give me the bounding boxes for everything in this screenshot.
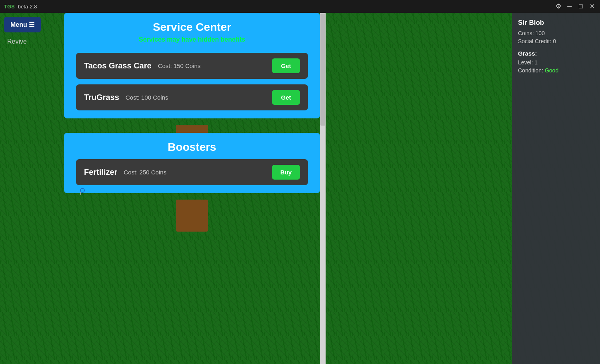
scrollbar-track[interactable]: [320, 13, 326, 364]
fertilizer-item: Fertilizer Cost: 250 Coins Buy: [76, 159, 308, 185]
app-name: TGS: [4, 4, 15, 10]
tacos-grass-care-item: Tacos Grass Care Cost: 150 Coins Get: [76, 53, 308, 79]
left-sidebar: Menu ☰ Revive: [0, 13, 64, 364]
main-content: Menu ☰ Revive Service Center Services ma…: [0, 13, 600, 364]
trugrass-cost: Cost: 100 Coins: [126, 94, 168, 101]
fertilizer-info: Fertilizer Cost: 250 Coins: [84, 168, 166, 177]
coins-row: Coins: 100: [518, 30, 594, 36]
trugrass-get-button[interactable]: Get: [272, 90, 300, 105]
close-button[interactable]: ✕: [588, 3, 596, 10]
boosters-panel: Boosters Fertilizer Cost: 250 Coins Buy: [64, 133, 320, 193]
settings-icon[interactable]: ⚙: [554, 3, 562, 10]
scroll-inner: Service Center Services may have hidden …: [64, 13, 320, 240]
trunk-gap: [64, 125, 320, 133]
level-row: Level: 1: [518, 59, 594, 66]
trugrass-item: TruGrass Cost: 100 Coins Get: [76, 84, 308, 110]
titlebar-left: TGS beta-2.8: [4, 4, 37, 10]
condition-label-text: Condition:: [518, 67, 545, 74]
grass-section-title: Grass:: [518, 50, 594, 57]
boosters-title: Boosters: [76, 141, 308, 154]
scroll-container[interactable]: Service Center Services may have hidden …: [64, 13, 320, 364]
minimize-button[interactable]: ─: [566, 3, 574, 10]
service-center-panel: Service Center Services may have hidden …: [64, 13, 320, 118]
service-center-title: Service Center: [76, 21, 308, 34]
right-sidebar: Sir Blob Coins: 100 Social Credit: 0 Gra…: [512, 13, 600, 364]
tacos-grass-care-get-button[interactable]: Get: [272, 58, 300, 73]
revive-button[interactable]: Revive: [4, 36, 60, 47]
tree-trunk: [176, 200, 208, 232]
fertilizer-cost: Cost: 250 Coins: [124, 169, 166, 176]
fertilizer-buy-button[interactable]: Buy: [272, 165, 300, 180]
fertilizer-name: Fertilizer: [84, 168, 117, 177]
social-credit-label: Social Credit: 0: [518, 38, 556, 44]
menu-button[interactable]: Menu ☰: [4, 17, 41, 32]
coins-label: Coins: 100: [518, 30, 545, 36]
center-area: Service Center Services may have hidden …: [64, 13, 512, 364]
tacos-grass-care-name: Tacos Grass Care: [84, 61, 152, 70]
titlebar-controls: ⚙ ─ □ ✕: [554, 3, 596, 10]
player-name: Sir Blob: [518, 19, 594, 27]
titlebar: TGS beta-2.8 ⚙ ─ □ ✕: [0, 0, 600, 13]
maximize-button[interactable]: □: [577, 3, 585, 10]
level-label: Level: 1: [518, 59, 538, 66]
tree-trunk-bottom: [64, 200, 320, 232]
service-center-subtitle: Services may have hidden benefits: [76, 36, 308, 43]
social-credit-row: Social Credit: 0: [518, 38, 594, 44]
scrollbar-thumb[interactable]: [320, 14, 325, 126]
tacos-grass-care-info: Tacos Grass Care Cost: 150 Coins: [84, 61, 200, 70]
trugrass-name: TruGrass: [84, 93, 119, 102]
trugrass-info: TruGrass Cost: 100 Coins: [84, 93, 168, 102]
app-version: beta-2.8: [18, 4, 37, 10]
condition-value: Good: [545, 67, 558, 74]
tree-trunk-gap: [176, 125, 208, 133]
condition-row: Condition: Good: [518, 67, 594, 74]
tacos-grass-care-cost: Cost: 150 Coins: [158, 62, 201, 69]
